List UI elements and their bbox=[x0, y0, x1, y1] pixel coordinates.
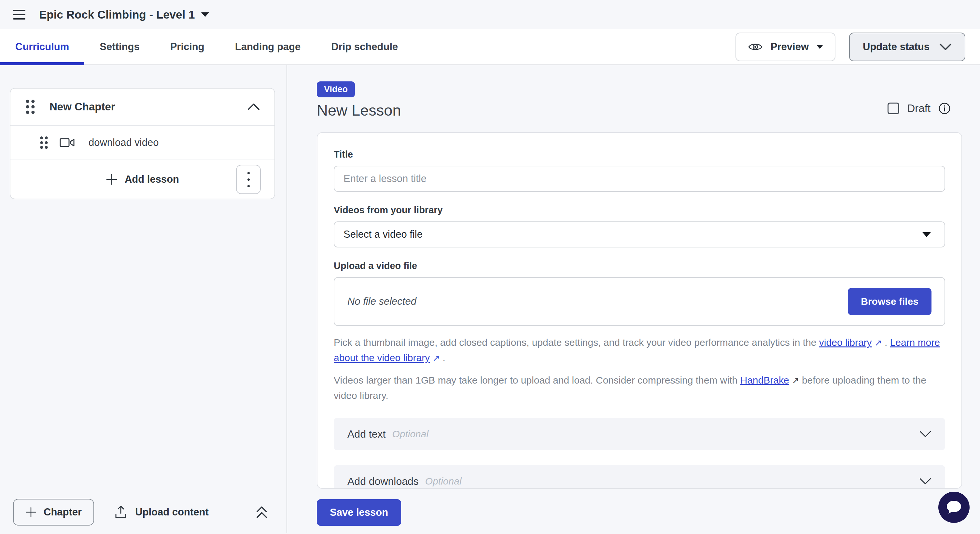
chevron-down-icon bbox=[919, 478, 931, 485]
library-field-label: Videos from your library bbox=[334, 205, 945, 216]
tab-label: Pricing bbox=[170, 41, 204, 53]
video-library-help-text: Pick a thumbnail image, add closed capti… bbox=[334, 335, 945, 366]
upload-field-group: Upload a video file No file selected Bro… bbox=[334, 261, 945, 326]
sidebar-footer: Chapter Upload content bbox=[13, 499, 269, 526]
tabbar-spacer bbox=[413, 29, 735, 65]
drag-handle-icon[interactable] bbox=[39, 135, 49, 150]
compression-help-text: Videos larger than 1GB may take longer t… bbox=[334, 373, 945, 403]
double-chevron-up-icon bbox=[255, 505, 269, 520]
drag-handle-icon[interactable] bbox=[25, 99, 36, 115]
lesson-heading-group: Video New Lesson bbox=[317, 81, 401, 119]
upload-icon bbox=[114, 505, 127, 519]
select-value: Select a video file bbox=[344, 229, 423, 240]
external-link-icon[interactable]: ↗ bbox=[875, 335, 882, 350]
file-upload-area[interactable]: No file selected Browse files bbox=[334, 277, 945, 326]
tab-curriculum[interactable]: Curriculum bbox=[0, 29, 84, 65]
title-field-label: Title bbox=[334, 149, 945, 160]
lesson-item[interactable]: download video bbox=[10, 126, 274, 159]
chapter-header[interactable]: New Chapter bbox=[10, 89, 274, 125]
help-text-segment: . bbox=[440, 352, 445, 363]
chevron-down-icon bbox=[919, 431, 931, 438]
add-text-label: Add text bbox=[347, 428, 385, 440]
lesson-title-input[interactable] bbox=[334, 166, 945, 192]
draft-checkbox[interactable] bbox=[888, 103, 899, 114]
help-text-segment: Videos larger than 1GB may take longer t… bbox=[334, 375, 740, 386]
upload-content-button[interactable]: Upload content bbox=[114, 505, 209, 519]
tab-bar: Curriculum Settings Pricing Landing page… bbox=[0, 29, 980, 65]
caret-down-icon bbox=[816, 45, 823, 49]
chapter-footer: Add lesson bbox=[10, 160, 274, 199]
optional-label: Optional bbox=[392, 429, 428, 440]
page-title: New Lesson bbox=[317, 101, 401, 119]
add-chapter-button[interactable]: Chapter bbox=[13, 499, 94, 526]
kebab-menu-icon bbox=[247, 172, 250, 174]
collapse-all-button[interactable] bbox=[255, 505, 269, 520]
tab-settings[interactable]: Settings bbox=[84, 29, 155, 65]
chevron-down-icon bbox=[939, 43, 952, 51]
add-chapter-label: Chapter bbox=[44, 506, 82, 518]
add-lesson-button[interactable]: Add lesson bbox=[106, 173, 179, 185]
optional-label: Optional bbox=[425, 476, 462, 487]
curriculum-sidebar: New Chapter bbox=[0, 65, 287, 533]
plus-icon bbox=[25, 507, 37, 518]
help-text-segment: . bbox=[882, 337, 890, 348]
no-file-text: No file selected bbox=[347, 296, 417, 307]
lesson-form-card: Title Videos from your library Select a … bbox=[317, 132, 962, 489]
update-status-label: Update status bbox=[863, 41, 929, 53]
video-library-select[interactable]: Select a video file bbox=[334, 221, 945, 248]
add-downloads-label: Add downloads bbox=[347, 475, 419, 488]
upload-content-label: Upload content bbox=[135, 506, 209, 518]
help-text-segment: Pick a thumbnail image, add closed capti… bbox=[334, 337, 819, 348]
lesson-editor: Video New Lesson Draft Title bbox=[287, 65, 980, 533]
chevron-up-icon[interactable] bbox=[247, 103, 260, 111]
add-downloads-accordion[interactable]: Add downloads Optional bbox=[334, 465, 945, 489]
tab-label: Settings bbox=[100, 41, 139, 53]
tab-drip-schedule[interactable]: Drip schedule bbox=[316, 29, 413, 65]
video-library-link[interactable]: video library bbox=[819, 337, 872, 348]
handbrake-link[interactable]: HandBrake bbox=[740, 375, 789, 386]
draft-label: Draft bbox=[907, 102, 931, 114]
lesson-title: download video bbox=[89, 137, 159, 148]
chapter-options-button[interactable] bbox=[236, 165, 261, 194]
library-field-group: Videos from your library Select a video … bbox=[334, 205, 945, 248]
course-title-dropdown[interactable]: Epic Rock Climbing - Level 1 bbox=[39, 8, 209, 21]
caret-down-icon bbox=[201, 13, 209, 17]
update-status-button[interactable]: Update status bbox=[849, 33, 965, 61]
content-layout: New Chapter bbox=[0, 65, 980, 533]
add-lesson-label: Add lesson bbox=[125, 173, 179, 185]
chat-bubble-icon bbox=[945, 499, 963, 515]
external-link-icon[interactable]: ↗ bbox=[792, 373, 799, 388]
info-icon[interactable] bbox=[938, 102, 951, 114]
tab-pricing[interactable]: Pricing bbox=[155, 29, 220, 65]
tab-label: Landing page bbox=[235, 41, 301, 53]
hamburger-menu-icon[interactable] bbox=[13, 10, 25, 19]
plus-icon bbox=[106, 173, 118, 185]
eye-icon bbox=[748, 42, 763, 52]
caret-down-icon bbox=[923, 232, 931, 237]
chapter-title: New Chapter bbox=[49, 101, 234, 113]
chat-widget-button[interactable] bbox=[938, 492, 970, 523]
preview-label: Preview bbox=[771, 41, 809, 53]
save-lesson-button[interactable]: Save lesson bbox=[317, 499, 401, 526]
lesson-type-badge: Video bbox=[317, 81, 355, 97]
tab-label: Curriculum bbox=[15, 41, 69, 53]
preview-button[interactable]: Preview bbox=[735, 33, 835, 61]
title-field-group: Title bbox=[334, 149, 945, 192]
topbar: Epic Rock Climbing - Level 1 bbox=[0, 0, 980, 29]
tab-label: Drip schedule bbox=[331, 41, 398, 53]
external-link-icon[interactable]: ↗ bbox=[433, 351, 440, 366]
add-text-accordion[interactable]: Add text Optional bbox=[334, 418, 945, 450]
chapter-card: New Chapter bbox=[10, 88, 275, 199]
lesson-header: Video New Lesson Draft bbox=[317, 81, 962, 119]
browse-files-button[interactable]: Browse files bbox=[848, 288, 931, 315]
upload-field-label: Upload a video file bbox=[334, 261, 945, 271]
course-title: Epic Rock Climbing - Level 1 bbox=[39, 8, 195, 21]
video-camera-icon bbox=[59, 137, 75, 148]
draft-toggle-group: Draft bbox=[888, 102, 951, 114]
tab-landing-page[interactable]: Landing page bbox=[220, 29, 316, 65]
